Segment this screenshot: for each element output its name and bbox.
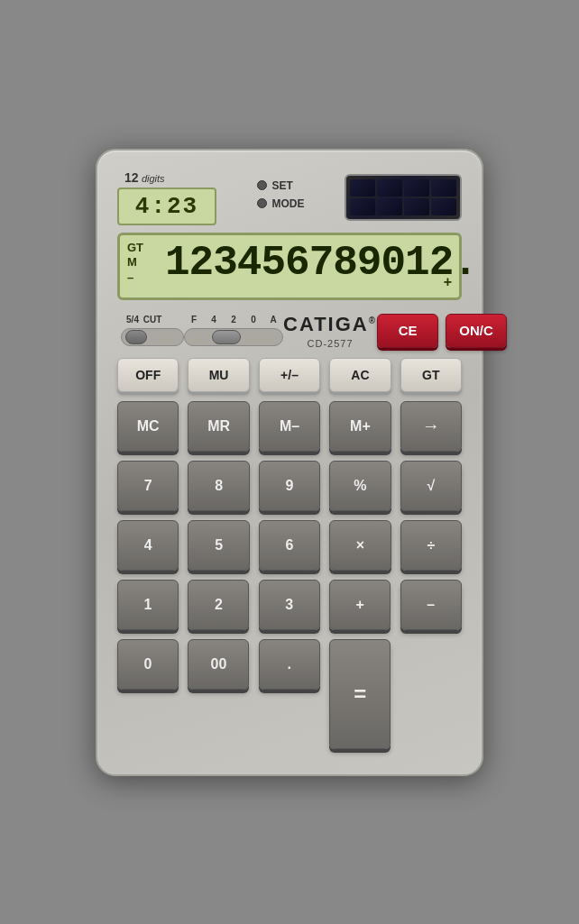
plus-button[interactable]: + bbox=[329, 580, 391, 630]
row-memory: MC MR M– M+ → bbox=[117, 401, 462, 452]
seven-button[interactable]: 7 bbox=[117, 461, 179, 511]
three-button[interactable]: 3 bbox=[259, 580, 320, 630]
dot-button[interactable]: . bbox=[259, 639, 320, 690]
arrow-button[interactable]: → bbox=[400, 401, 462, 452]
minus-button[interactable]: – bbox=[400, 580, 462, 630]
sqrt-button[interactable]: √ bbox=[400, 461, 462, 511]
percent-button[interactable]: % bbox=[329, 461, 391, 511]
mode-dot bbox=[257, 198, 267, 208]
calculator-body: 12 digits 4:23 SET MODE bbox=[96, 149, 483, 776]
rounding-slider-labels: 5/4 CUT bbox=[123, 315, 162, 325]
solar-cell bbox=[377, 179, 402, 197]
mini-display: 4:23 bbox=[117, 188, 216, 225]
model-name: CD-2577 bbox=[308, 338, 354, 349]
onc-button[interactable]: ON/C bbox=[446, 314, 507, 348]
solar-cell bbox=[431, 179, 456, 197]
controls-area: 5/4 CUT F 4 2 0 A CATIGA® CD-2577 bbox=[117, 313, 462, 349]
set-mode-section: SET MODE bbox=[257, 179, 305, 210]
digits-number: 12 bbox=[124, 170, 139, 185]
rounding-slider-track[interactable] bbox=[121, 328, 184, 346]
rounding-slider-thumb[interactable] bbox=[125, 330, 147, 344]
solar-cell bbox=[350, 198, 375, 215]
decimal-slider-group: F 4 2 0 A bbox=[184, 315, 283, 346]
solar-cell bbox=[431, 198, 456, 215]
four-button[interactable]: 4 bbox=[117, 520, 179, 571]
row-off-gt: OFF MU +/– AC GT bbox=[117, 358, 462, 392]
divide-button[interactable]: ÷ bbox=[400, 520, 462, 571]
bottom-keypad: 1 2 3 + – 0 00 . = bbox=[117, 580, 462, 749]
set-dot bbox=[257, 180, 267, 190]
solar-panel bbox=[345, 174, 462, 221]
decimal-slider-thumb[interactable] bbox=[212, 330, 241, 344]
display-number: 123456789012. bbox=[129, 242, 450, 284]
six-button[interactable]: 6 bbox=[259, 520, 320, 571]
solar-cell bbox=[350, 179, 375, 197]
five-button[interactable]: 5 bbox=[188, 520, 249, 571]
row-789: 7 8 9 % √ bbox=[117, 461, 462, 511]
display-plus: + bbox=[444, 274, 452, 290]
top-area: 12 digits 4:23 SET MODE bbox=[117, 170, 462, 225]
zero-button[interactable]: 0 bbox=[117, 639, 179, 690]
brand-section: CATIGA® CD-2577 bbox=[283, 313, 377, 349]
display-indicators: GT M – bbox=[127, 241, 143, 285]
mu-button[interactable]: MU bbox=[188, 358, 249, 392]
mc-button[interactable]: MC bbox=[117, 401, 179, 452]
mini-display-section: 12 digits 4:23 bbox=[117, 170, 216, 225]
ce-onc-group: CE ON/C bbox=[377, 314, 507, 348]
main-display: GT M – 123456789012. + bbox=[117, 233, 462, 300]
digits-word: digits bbox=[142, 173, 165, 184]
multiply-button[interactable]: × bbox=[329, 520, 391, 571]
set-indicator: SET bbox=[257, 179, 305, 192]
brand-name: CATIGA® bbox=[283, 313, 377, 336]
gt-button[interactable]: GT bbox=[400, 358, 462, 392]
row-456: 4 5 6 × ÷ bbox=[117, 520, 462, 571]
double-zero-button[interactable]: 00 bbox=[188, 639, 249, 690]
m-minus-button[interactable]: M– bbox=[259, 401, 320, 452]
m-plus-button[interactable]: M+ bbox=[329, 401, 391, 452]
nine-button[interactable]: 9 bbox=[259, 461, 320, 511]
mr-button[interactable]: MR bbox=[188, 401, 249, 452]
ce-button[interactable]: CE bbox=[377, 314, 438, 348]
one-button[interactable]: 1 bbox=[117, 580, 179, 630]
digits-label: 12 digits bbox=[124, 170, 165, 185]
solar-cell bbox=[404, 198, 429, 215]
rounding-slider-group: 5/4 CUT bbox=[121, 315, 184, 346]
eight-button[interactable]: 8 bbox=[188, 461, 249, 511]
solar-cell bbox=[404, 179, 429, 197]
equals-button[interactable]: = bbox=[329, 639, 391, 749]
plus-minus-button[interactable]: +/– bbox=[259, 358, 320, 392]
decimal-slider-track[interactable] bbox=[184, 328, 283, 346]
decimal-slider-labels: F 4 2 0 A bbox=[184, 315, 283, 325]
ac-button[interactable]: AC bbox=[329, 358, 391, 392]
solar-cell bbox=[377, 198, 402, 215]
two-button[interactable]: 2 bbox=[188, 580, 249, 630]
off-button[interactable]: OFF bbox=[117, 358, 179, 392]
mode-indicator: MODE bbox=[257, 197, 305, 210]
